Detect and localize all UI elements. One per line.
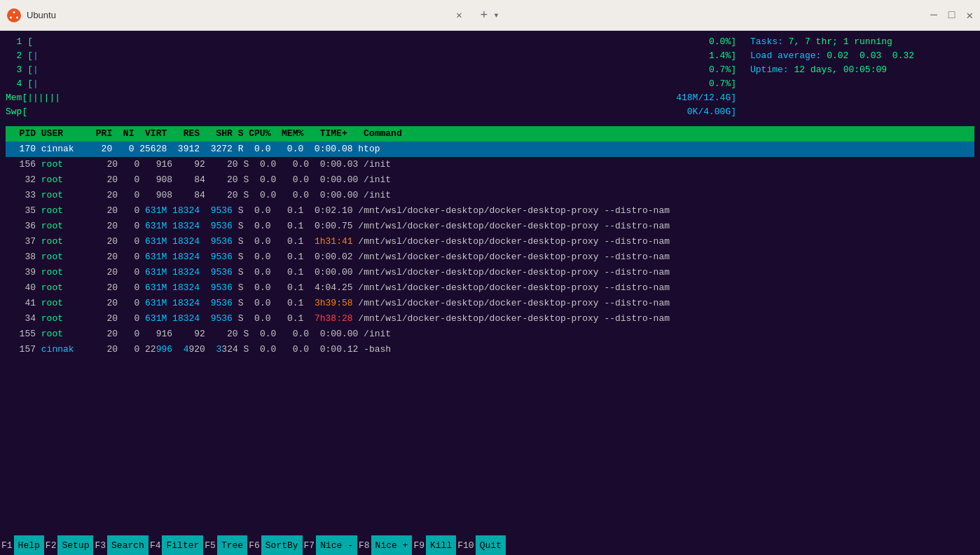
- uptime-value: 12 days, 00:05:09: [794, 64, 887, 77]
- f10-key: F10: [456, 540, 475, 551]
- f8-key: F8: [357, 540, 371, 551]
- cpu2-meter: 2 [| 1.4%]: [6, 49, 736, 63]
- svg-point-1: [13, 11, 15, 13]
- mem-bar: ||||||: [27, 92, 60, 105]
- cpu1-meter: 1 [ 0.0%]: [6, 35, 736, 49]
- minimize-button[interactable]: ─: [930, 9, 937, 22]
- f4-label: Filter: [162, 535, 203, 555]
- mem-meter: Mem[|||||| 418M/12.4G]: [6, 91, 736, 105]
- f1-label: Help: [14, 535, 44, 555]
- tasks-running: 1 running: [843, 36, 892, 49]
- window-close-button[interactable]: ✕: [966, 8, 973, 22]
- f5-key: F5: [203, 540, 217, 551]
- table-row[interactable]: 155 root 20 0 916 92 20 S 0.0 0.0 0:00.0…: [6, 327, 974, 342]
- f10-label: Quit: [476, 535, 506, 555]
- table-row[interactable]: 40 root 20 0 631M 18324 9536 S 0.0 0.1 4…: [6, 280, 974, 296]
- f9-label: Kill: [426, 535, 456, 555]
- uptime-label: Uptime:: [750, 64, 794, 77]
- f7-label: Nice -: [316, 535, 357, 555]
- cpu3-bar: |: [33, 64, 39, 77]
- meters-section: 1 [ 0.0%] 2 [| 1.4%]: [6, 35, 974, 119]
- empty-area: [6, 357, 974, 535]
- tasks-label: Tasks:: [750, 36, 789, 49]
- f2-key: F2: [44, 540, 58, 551]
- cpu2-bar: |: [33, 50, 39, 63]
- cpu1-label: 1 [: [6, 36, 33, 49]
- mem-value: 418M/12.4G]: [676, 92, 736, 105]
- process-table-header: PID USER PRI NI VIRT RES SHR S CPU% MEM%…: [6, 126, 974, 142]
- window-title: Ubuntu: [27, 10, 446, 20]
- table-row[interactable]: 39 root 20 0 631M 18324 9536 S 0.0 0.1 0…: [6, 265, 974, 280]
- table-row[interactable]: 34 root 20 0 631M 18324 9536 S 0.0 0.1 7…: [6, 311, 974, 327]
- cpu4-meter: 4 [| 0.7%]: [6, 77, 736, 91]
- swp-label: Swp[: [6, 106, 27, 119]
- cpu4-value: 0.7%]: [709, 78, 736, 91]
- footer-f9[interactable]: F9 Kill: [412, 535, 456, 555]
- footer-f4[interactable]: F4 Filter: [149, 535, 203, 555]
- load-row: Load average: 0.02 0.03 0.32: [750, 49, 974, 63]
- svg-point-2: [16, 16, 18, 18]
- table-row[interactable]: 157 cinnak 20 0 22996 4920 3324 S 0.0 0.…: [6, 342, 974, 357]
- table-row[interactable]: 41 root 20 0 631M 18324 9536 S 0.0 0.1 3…: [6, 296, 974, 311]
- swp-meter: Swp[ 0K/4.00G]: [6, 105, 736, 119]
- selected-process-row[interactable]: 170 cinnak 20 0 25628 3912 3272 R 0.0 0.…: [6, 142, 974, 157]
- cpu4-bar: |: [33, 78, 39, 91]
- load-label: Load average:: [750, 50, 827, 63]
- table-row[interactable]: 33 root 20 0 908 84 20 S 0.0 0.0 0:00.00…: [6, 188, 974, 203]
- footer: F1 Help F2 Setup F3 Search F4 Filter F5 …: [0, 535, 980, 555]
- f4-key: F4: [149, 540, 163, 551]
- cpu3-label: 3 [: [6, 64, 33, 77]
- tasks-row: Tasks: 7, 7 thr; 1 running: [750, 35, 974, 49]
- f3-label: Search: [107, 535, 149, 555]
- uptime-row: Uptime: 12 days, 00:05:09: [750, 63, 974, 77]
- f3-key: F3: [93, 540, 107, 551]
- close-button[interactable]: ✕: [452, 8, 466, 22]
- cpu3-value: 0.7%]: [709, 64, 736, 77]
- f1-key: F1: [0, 540, 14, 551]
- table-row[interactable]: 156 root 20 0 916 92 20 S 0.0 0.0 0:00.0…: [6, 157, 974, 172]
- maximize-button[interactable]: □: [948, 9, 955, 22]
- table-row[interactable]: 38 root 20 0 631M 18324 9536 S 0.0 0.1 0…: [6, 249, 974, 265]
- system-stats: Tasks: 7, 7 thr; 1 running Load average:…: [736, 35, 974, 119]
- footer-f6[interactable]: F6 SortBy: [247, 535, 302, 555]
- tab-dropdown-button[interactable]: ▾: [493, 9, 499, 21]
- footer-f10[interactable]: F10 Quit: [456, 535, 506, 555]
- svg-point-3: [10, 16, 12, 18]
- f8-label: Nice +: [371, 535, 413, 555]
- footer-f5[interactable]: F5 Tree: [203, 535, 247, 555]
- footer-f7[interactable]: F7 Nice -: [303, 535, 357, 555]
- add-tab-button[interactable]: +: [480, 8, 488, 22]
- load-values: 0.02 0.03 0.32: [827, 50, 914, 63]
- footer-f3[interactable]: F3 Search: [93, 535, 148, 555]
- footer-f2[interactable]: F2 Setup: [44, 535, 94, 555]
- cpu3-meter: 3 [| 0.7%]: [6, 63, 736, 77]
- window: Ubuntu ✕ + ▾ ─ □ ✕ 1 [ 0.0%]: [0, 0, 980, 555]
- cpu1-bar: [33, 36, 709, 49]
- table-row[interactable]: 37 root 20 0 631M 18324 9536 S 0.0 0.1 1…: [6, 234, 974, 249]
- f9-key: F9: [412, 540, 426, 551]
- footer-f8[interactable]: F8 Nice +: [357, 535, 412, 555]
- swp-value: 0K/4.00G]: [687, 106, 736, 119]
- cpu2-label: 2 [: [6, 50, 33, 63]
- table-row[interactable]: 35 root 20 0 631M 18324 9536 S 0.0 0.1 0…: [6, 203, 974, 219]
- f5-label: Tree: [217, 535, 247, 555]
- tasks-value: 7, 7 thr;: [789, 36, 843, 49]
- cpu4-label: 4 [: [6, 78, 33, 91]
- terminal: 1 [ 0.0%] 2 [| 1.4%]: [0, 31, 980, 535]
- cpu2-value: 1.4%]: [709, 50, 736, 63]
- cpu-meters: 1 [ 0.0%] 2 [| 1.4%]: [6, 35, 736, 119]
- cpu1-value: 0.0%]: [709, 36, 736, 49]
- selected-row-content: 170 cinnak 20 0 25628 3912 3272 R 0.0 0.…: [8, 143, 380, 156]
- titlebar: Ubuntu ✕ + ▾ ─ □ ✕: [0, 0, 980, 31]
- f6-key: F6: [247, 540, 261, 551]
- f2-label: Setup: [57, 535, 93, 555]
- ubuntu-logo: [7, 8, 21, 22]
- f6-label: SortBy: [261, 535, 303, 555]
- table-row[interactable]: 36 root 20 0 631M 18324 9536 S 0.0 0.1 0…: [6, 219, 974, 234]
- table-row[interactable]: 32 root 20 0 908 84 20 S 0.0 0.0 0:00.00…: [6, 172, 974, 188]
- col-header-pid: PID USER PRI NI VIRT RES SHR S CPU% MEM%…: [8, 128, 402, 141]
- htop-display: 1 [ 0.0%] 2 [| 1.4%]: [6, 35, 974, 535]
- f7-key: F7: [303, 540, 317, 551]
- footer-f1[interactable]: F1 Help: [0, 535, 44, 555]
- mem-label: Mem[: [6, 92, 27, 105]
